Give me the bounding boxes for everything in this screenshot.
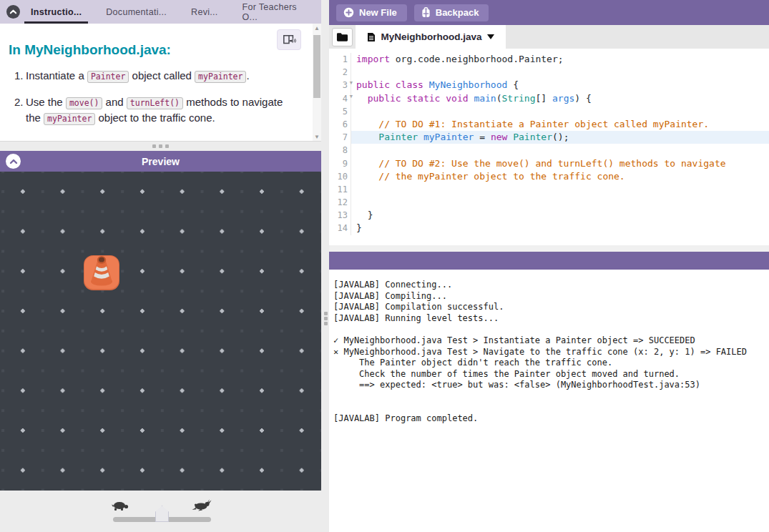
console-line: Check the number of times the Painter ob… [333,369,769,380]
code-line-6: 6 // TO DO #1: Instantiate a Painter obj… [329,118,769,131]
console-line: [JAVALAB] Compiling... [333,291,769,302]
inline-code-chip: myPainter [44,113,95,125]
horizontal-resize-handle[interactable] [0,142,321,151]
line-number: 11 [329,183,351,196]
code-line-14: 14} [329,222,769,235]
file-icon [367,32,376,42]
file-tab-bar: MyNeighborhood.java [329,25,769,49]
instruction-text: Instantiate a Painter object called myPa… [26,68,250,84]
editor-console-divider[interactable] [329,245,769,252]
file-browser-button[interactable] [332,28,353,46]
folder-icon [336,32,348,42]
tab-3[interactable]: For Teachers O... [236,0,321,24]
inline-code-chip: myPainter [195,71,246,83]
line-number: 2 [329,66,351,79]
plus-circle-icon [343,7,354,18]
console-line: ✕ MyNeighborhood.java Test > Navigate to… [333,347,769,358]
line-number: 3▼ [329,79,351,92]
instructions-panel: In MyNeighborhood.java: 1.Instantiate a … [0,24,321,142]
instruction-number: 2. [14,94,26,126]
code-line-10: 10 // the myPainter object to the traffi… [329,170,769,183]
scroll-down-arrow-icon[interactable]: ▼ [313,132,321,141]
inline-code-chip: move() [66,97,103,109]
code-text: } [351,209,769,222]
backpack-label: Backpack [436,7,479,18]
vertical-resize-handle[interactable] [323,310,328,329]
turtle-icon [111,501,129,511]
code-line-8: 8 [329,144,769,157]
code-text: public static void main(String[] args) { [351,92,769,105]
code-line-3: 3▼public class MyNeighborhood { [329,79,769,92]
console-line: The Painter object didn't reach the traf… [333,358,769,369]
new-file-label: New File [359,7,397,18]
vertical-divider [321,0,329,532]
line-number: 6 [329,118,351,131]
check-icon: ✓ [333,335,338,345]
file-tab-myneighborhood[interactable]: MyNeighborhood.java [356,25,506,49]
console-output[interactable]: [JAVALAB] Connecting...[JAVALAB] Compili… [329,270,769,532]
fold-caret-icon[interactable]: ▼ [350,94,353,99]
fold-caret-icon[interactable]: ▼ [350,81,353,86]
instructions-scrollbar[interactable]: ▲ ▼ [313,24,321,141]
scrollbar-thumb[interactable] [313,35,320,98]
code-line-12: 12 [329,196,769,209]
line-number: 8 [329,144,351,157]
code-line-13: 13 } [329,209,769,222]
cross-icon: ✕ [333,347,338,357]
instruction-number: 1. [14,68,26,84]
line-number: 4▼ [329,92,351,105]
code-text: // the myPainter object to the traffic c… [351,170,769,183]
code-line-2: 2 [329,66,769,79]
code-line-9: 9 // TO DO #2: Use the move() and turnLe… [329,157,769,170]
collapse-preview-button[interactable] [6,154,21,169]
code-text [351,183,769,196]
rabbit-icon [192,498,212,511]
caret-down-icon [487,34,494,39]
inline-code-chip: Painter [87,71,129,83]
file-tab-label: MyNeighborhood.java [381,31,481,42]
javalab-app: Instructio...Documentati...Revi...For Te… [0,0,769,532]
preview-footer [0,491,321,532]
line-number: 7 [329,131,351,144]
tab-0[interactable]: Instructio... [24,0,88,24]
backpack-button[interactable]: Backpack [414,4,489,21]
line-number: 9 [329,157,351,170]
console-line: [JAVALAB] Running level tests... [333,313,769,325]
console-line: ✓ MyNeighborhood.java Test > Instantiate… [333,335,769,347]
console-line: ==> expected: <true> but was: <false> (M… [333,380,769,391]
line-number: 13 [329,209,351,222]
line-number: 12 [329,196,351,209]
tab-2[interactable]: Revi... [185,0,225,24]
editor-header: New File Backpack [329,0,769,25]
code-text [351,105,769,118]
scroll-up-arrow-icon[interactable]: ▲ [313,24,321,32]
instructions-list: 1.Instantiate a Painter object called my… [14,68,295,136]
console-line: [JAVALAB] Compilation successful. [333,302,769,313]
code-line-5: 5 [329,105,769,118]
code-text: public class MyNeighborhood { [351,79,769,92]
instructions-title: In MyNeighborhood.java: [9,42,171,58]
read-aloud-button[interactable] [277,29,301,50]
preview-header: Preview [0,151,321,172]
console-line: [JAVALAB] Connecting... [333,280,769,291]
instruction-item: 1.Instantiate a Painter object called my… [14,68,295,84]
instruction-item: 2.Use the move() and turnLeft() methods … [14,94,295,126]
line-number: 5 [329,105,351,118]
code-text: // TO DO #2: Use the move() and turnLeft… [351,157,769,170]
line-number: 1 [329,53,351,66]
code-text: } [351,222,769,235]
speed-slider-handle[interactable] [155,506,169,522]
code-text [351,196,769,209]
console-line: [JAVALAB] Program completed. [333,413,769,425]
code-text: import org.code.neighborhood.Painter; [351,53,769,66]
code-editor[interactable]: 1import org.code.neighborhood.Painter;23… [329,49,769,245]
line-number: 10 [329,170,351,183]
new-file-button[interactable]: New File [336,4,407,21]
tab-1[interactable]: Documentati... [99,0,173,24]
collapse-panel-button[interactable] [6,5,20,19]
code-text [351,144,769,157]
code-line-7: 7 Painter myPainter = new Painter(); [329,131,769,144]
read-aloud-icon [282,34,296,46]
line-number: 14 [329,222,351,235]
backpack-icon [421,7,431,18]
